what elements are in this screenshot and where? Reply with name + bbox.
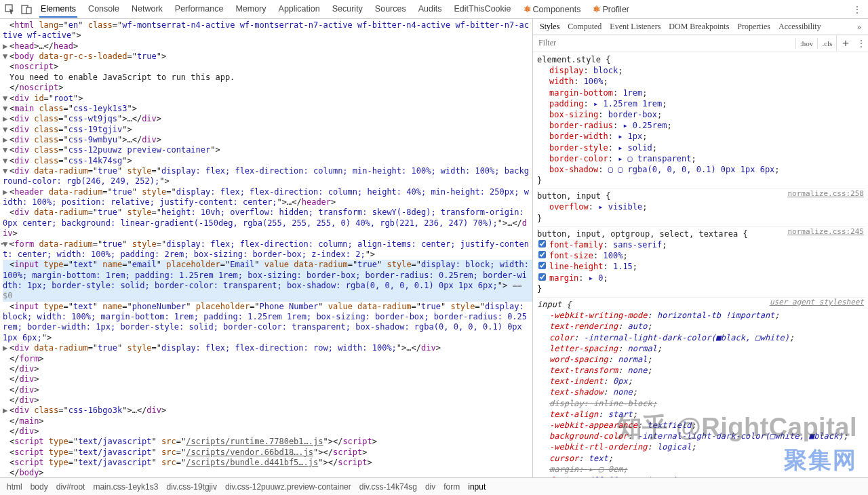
more-icon[interactable]: ⋮ [850,5,864,14]
styles-tabs-overflow-icon[interactable]: » [857,22,861,32]
css-property[interactable]: margin: ▸ ▢ 0em; [537,464,865,475]
dom-line[interactable]: You need to enable JavaScript to run thi… [3,73,532,83]
inspect-icon[interactable] [4,3,16,16]
dom-line[interactable]: </div> [3,374,532,384]
dom-line[interactable]: ▶<head>…</head> [3,41,532,52]
tab-sources[interactable]: Sources [374,1,408,18]
cls-toggle[interactable]: .cls [817,38,836,49]
dom-line[interactable]: ▼<div data-radium="true" style="display:… [3,166,532,187]
css-property[interactable]: padding: ▸ 1.25rem 1rem; [537,98,865,109]
breadcrumb-item[interactable]: input [468,482,486,492]
dom-line[interactable]: <noscript> [3,62,532,72]
dom-line[interactable]: </noscript> [3,83,532,93]
styles-tab-accessibility[interactable]: Accessibility [778,22,821,32]
tab-application[interactable]: Application [277,1,321,18]
styles-filter-input[interactable] [533,35,795,51]
css-rule[interactable]: button, input, optgroup, select, textare… [537,227,865,298]
dom-line[interactable]: <input type="text" name="phoneNumber" pl… [3,302,532,343]
dom-line[interactable]: ▼<div class="css-14k74sg"> [3,156,532,166]
css-property[interactable]: border-width: ▸ 1px; [537,131,865,142]
css-property[interactable]: margin-bottom: 1rem; [537,87,865,98]
css-property[interactable]: -webkit-appearance: textfield; [537,420,865,431]
dom-line[interactable]: ▶<div class="css-9wmbyu">…</div> [3,135,532,145]
tab-memory[interactable]: Memory [234,1,267,18]
dom-line[interactable]: ▶<header data-radium="true" style="displ… [3,187,532,208]
css-property[interactable]: font-size: 100%; [537,250,865,261]
css-property[interactable]: display: inline-block; [537,398,865,409]
dom-line[interactable]: </div> [3,427,532,437]
css-property[interactable]: border-style: ▸ solid; [537,142,865,153]
css-property[interactable]: letter-spacing: normal; [537,343,865,354]
styles-tab-properties[interactable]: Properties [737,22,770,32]
css-property[interactable]: text-shadow: none; [537,387,865,397]
css-property[interactable]: -webkit-rtl-ordering: logical; [537,441,865,452]
breadcrumb-item[interactable]: body [31,482,48,492]
css-rule[interactable]: element.style {display: block;width: 100… [537,53,865,189]
breadcrumb-item[interactable]: main.css-1eyk1s3 [93,482,158,492]
dom-line[interactable]: ▼<div class="css-19tgjiv"> [3,125,532,135]
breadcrumb-item[interactable]: html [7,482,22,492]
dom-line[interactable]: </body> [3,468,532,477]
css-property[interactable]: box-shadow: ▢ ▢ rgba(0, 0, 0, 0.1) 0px 1… [537,164,865,175]
property-toggle[interactable] [538,251,546,258]
breadcrumb-item[interactable]: form [443,482,460,492]
tab-performance[interactable]: Performance [174,1,225,18]
dom-line[interactable]: <html lang="en" class="wf-montserrat-n4-… [3,20,532,41]
breadcrumb-item[interactable]: div [425,482,435,492]
dom-line[interactable]: </div> [3,364,532,374]
property-toggle[interactable] [538,240,546,248]
tab-audits[interactable]: Audits [417,1,443,18]
dom-line[interactable]: ▼<form data-radium="true" style="display… [3,239,532,260]
property-toggle[interactable] [538,262,546,269]
dom-line[interactable]: <script type="text/javascript" src="/scr… [3,448,532,458]
dom-line[interactable]: </form> [3,354,532,364]
dom-line[interactable]: <div data-radium="true" style="height: 1… [3,207,532,239]
dom-line[interactable]: <script type="text/javascript" src="/scr… [3,458,532,468]
css-property[interactable]: cursor: text; [537,453,865,464]
dom-line[interactable]: <script type="text/javascript" src="/scr… [3,437,532,447]
styles-more-icon[interactable]: ⋮ [854,39,868,48]
css-property[interactable]: border-radius: ▸ 0.25rem; [537,120,865,131]
css-property[interactable]: text-transform: none; [537,365,865,376]
dom-line[interactable]: ▼<div id="root"> [3,94,532,104]
css-property[interactable]: text-indent: 0px; [537,376,865,387]
tab-profiler[interactable]: ⚛Profiler [591,1,631,18]
dom-line[interactable]: <input type="text" name="email" placehol… [3,260,532,301]
breadcrumb-item[interactable]: div.css-19tgjiv [166,482,216,492]
css-property[interactable]: width: 100%; [537,76,865,87]
style-rules[interactable]: element.style {display: block;width: 100… [533,52,868,477]
css-property[interactable]: word-spacing: normal; [537,354,865,365]
tab-elements[interactable]: Elements [39,1,77,18]
css-property[interactable]: box-sizing: border-box; [537,109,865,120]
breadcrumbs[interactable]: htmlbodydiv#rootmain.css-1eyk1s3div.css-… [0,477,868,495]
dom-line[interactable]: ▼<main class="css-1eyk1s3"> [3,104,532,114]
styles-tab-styles[interactable]: Styles [540,22,559,32]
css-property[interactable]: display: block; [537,65,865,76]
css-property[interactable]: color: -internal-light-dark-color(■black… [537,332,865,343]
css-property[interactable]: margin: ▸ 0; [537,273,865,283]
tab-security[interactable]: Security [331,1,364,18]
css-rule[interactable]: input {user agent stylesheet-webkit-writ… [537,298,865,477]
css-property[interactable]: font: ▸ 400 11px system-ui; [537,475,865,477]
device-icon[interactable] [20,3,33,16]
styles-tab-event-listeners[interactable]: Event Listeners [610,22,660,32]
dom-line[interactable]: ▶<div class="css-wt9jqs">…</div> [3,114,532,124]
dom-line[interactable]: </main> [3,416,532,427]
new-rule-button[interactable]: + [836,35,854,51]
dom-line[interactable]: ▶<div data-radium="true" style="display:… [3,343,532,353]
dom-line[interactable]: </div> [3,385,532,395]
dom-line[interactable]: </div> [3,395,532,405]
css-property[interactable]: text-rendering: auto; [537,321,865,332]
css-rule[interactable]: button, input {normalize.css:258overflow… [537,189,865,227]
css-property[interactable]: text-align: start; [537,409,865,420]
css-property[interactable]: border-color: ▸ ▢ transparent; [537,153,865,164]
dom-line[interactable]: ▶<div class="css-16bgo3k">…</div> [3,405,532,416]
css-property[interactable]: background-color: -internal-light-dark-c… [537,431,865,441]
styles-tab-dom-breakpoints[interactable]: DOM Breakpoints [669,22,729,32]
tab-network[interactable]: Network [130,1,164,18]
breadcrumb-item[interactable]: div.css-14k74sg [359,482,417,492]
tab-editthiscookie[interactable]: EditThisCookie [452,1,512,18]
dom-tree[interactable]: ••• <html lang="en" class="wf-montserrat… [0,19,532,477]
tab-components[interactable]: ⚛Components [522,1,583,18]
css-property[interactable]: overflow: ▸ visible; [537,201,865,212]
